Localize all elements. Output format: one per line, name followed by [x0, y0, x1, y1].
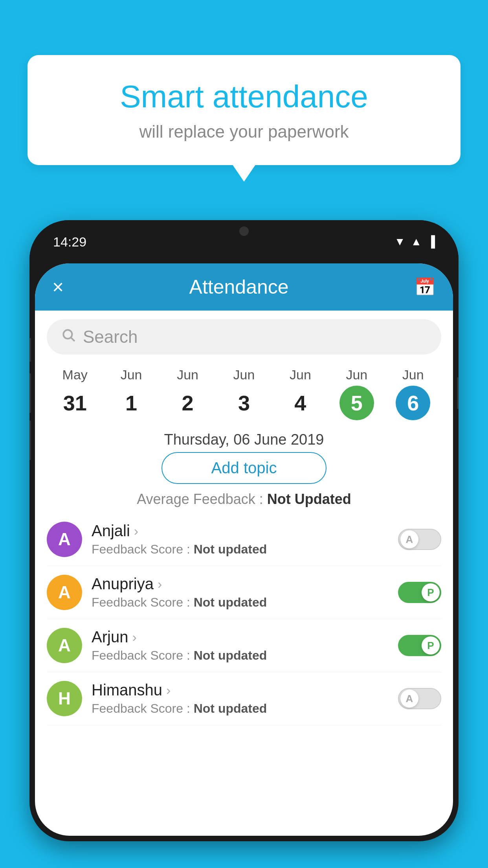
phone-notch: [216, 220, 272, 242]
student-name[interactable]: Anupriya ›: [92, 575, 389, 593]
selected-date: Thursday, 06 June 2019: [35, 431, 453, 448]
search-bar[interactable]: Search: [47, 319, 441, 355]
attendance-toggle[interactable]: A: [398, 529, 441, 550]
date-number: 3: [227, 386, 261, 420]
date-item[interactable]: Jun3: [227, 367, 261, 420]
feedback-score: Feedback Score : Not updated: [92, 595, 389, 610]
app-header: × Attendance 📅: [35, 263, 453, 311]
student-info: Anupriya ›Feedback Score : Not updated: [92, 575, 389, 610]
avatar: A: [47, 575, 82, 610]
toggle-knob: A: [400, 530, 418, 548]
date-number: 6: [396, 386, 430, 420]
chevron-right-icon: ›: [158, 576, 162, 592]
attendance-toggle[interactable]: P: [398, 582, 441, 603]
bubble-subtitle: will replace your paperwork: [59, 122, 429, 142]
date-number: 4: [283, 386, 317, 420]
attendance-toggle[interactable]: P: [398, 635, 441, 656]
date-item[interactable]: Jun6: [396, 367, 430, 420]
date-month: Jun: [121, 367, 142, 383]
avatar: H: [47, 681, 82, 716]
phone-power-button: [457, 377, 459, 409]
phone-volume-up-button: [29, 373, 31, 413]
front-camera: [239, 226, 249, 236]
toggle-container[interactable]: P: [398, 635, 441, 656]
date-month: Jun: [346, 367, 367, 383]
avg-feedback-value: Not Updated: [267, 491, 351, 507]
date-month: Jun: [402, 367, 424, 383]
student-info: Himanshu ›Feedback Score : Not updated: [92, 681, 389, 716]
date-month: Jun: [290, 367, 311, 383]
status-time: 14:29: [53, 234, 86, 250]
date-item[interactable]: Jun5: [339, 367, 374, 420]
date-number: 1: [114, 386, 149, 420]
student-item: AArjun ›Feedback Score : Not updatedP: [47, 619, 441, 672]
toggle-knob: P: [422, 636, 440, 655]
student-info: Anjali ›Feedback Score : Not updated: [92, 522, 389, 557]
date-month: Jun: [177, 367, 198, 383]
toggle-container[interactable]: A: [398, 529, 441, 550]
feedback-score: Feedback Score : Not updated: [92, 701, 389, 716]
student-name[interactable]: Anjali ›: [92, 522, 389, 540]
status-icons: ▼ ▲ ▐: [394, 235, 435, 248]
phone-frame: 14:29 ▼ ▲ ▐ × Attendance 📅 Search: [29, 220, 459, 841]
phone-screen: × Attendance 📅 Search May31Jun1Jun2Jun3J…: [35, 263, 453, 836]
app-title: Attendance: [189, 276, 289, 298]
phone-mute-button: [29, 338, 31, 362]
feedback-score: Feedback Score : Not updated: [92, 648, 389, 663]
speech-bubble-container: Smart attendance will replace your paper…: [28, 55, 460, 165]
student-info: Arjun ›Feedback Score : Not updated: [92, 628, 389, 663]
student-item: AAnupriya ›Feedback Score : Not updatedP: [47, 566, 441, 619]
svg-point-0: [63, 330, 72, 338]
close-button[interactable]: ×: [52, 276, 64, 298]
toggle-container[interactable]: A: [398, 688, 441, 709]
date-item[interactable]: Jun2: [171, 367, 205, 420]
wifi-icon: ▼: [394, 235, 405, 248]
date-item[interactable]: Jun1: [114, 367, 149, 420]
battery-icon: ▐: [427, 235, 435, 248]
calendar-button[interactable]: 📅: [414, 277, 436, 297]
search-placeholder: Search: [83, 327, 138, 347]
toggle-knob: A: [400, 690, 418, 708]
svg-line-1: [71, 338, 75, 341]
avatar: A: [47, 628, 82, 663]
toggle-knob: P: [422, 583, 440, 601]
date-number: 5: [339, 386, 374, 420]
phone-volume-down-button: [29, 421, 31, 460]
toggle-container[interactable]: P: [398, 582, 441, 603]
speech-bubble: Smart attendance will replace your paper…: [28, 55, 460, 165]
student-name[interactable]: Arjun ›: [92, 628, 389, 646]
student-name[interactable]: Himanshu ›: [92, 681, 389, 699]
date-month: May: [62, 367, 88, 383]
student-item: HHimanshu ›Feedback Score : Not updatedA: [47, 672, 441, 725]
signal-icon: ▲: [411, 235, 422, 248]
chevron-right-icon: ›: [134, 523, 138, 539]
date-number: 31: [58, 386, 92, 420]
avg-feedback-label: Average Feedback :: [137, 491, 267, 507]
bubble-title: Smart attendance: [59, 79, 429, 115]
avg-feedback: Average Feedback : Not Updated: [35, 491, 453, 508]
student-list: AAnjali ›Feedback Score : Not updatedAAA…: [35, 513, 453, 725]
chevron-right-icon: ›: [166, 682, 171, 698]
attendance-toggle[interactable]: A: [398, 688, 441, 709]
date-strip: May31Jun1Jun2Jun3Jun4Jun5Jun6: [35, 363, 453, 424]
avatar: A: [47, 522, 82, 557]
feedback-score: Feedback Score : Not updated: [92, 542, 389, 557]
chevron-right-icon: ›: [132, 629, 136, 645]
date-item[interactable]: Jun4: [283, 367, 317, 420]
date-month: Jun: [233, 367, 255, 383]
student-item: AAnjali ›Feedback Score : Not updatedA: [47, 513, 441, 566]
add-topic-button[interactable]: Add topic: [161, 452, 327, 484]
search-icon: [61, 327, 76, 346]
date-item[interactable]: May31: [58, 367, 92, 420]
date-number: 2: [171, 386, 205, 420]
